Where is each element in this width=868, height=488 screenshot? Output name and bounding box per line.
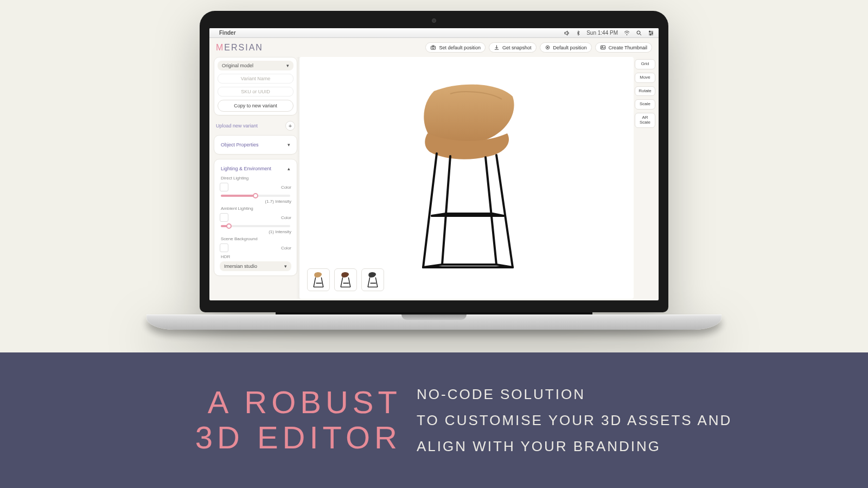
active-app-name[interactable]: Finder bbox=[219, 30, 236, 36]
direct-intensity-value: (1.7) Intensity bbox=[265, 199, 291, 204]
tool-ar-scale[interactable]: AR Scale bbox=[635, 113, 655, 128]
macos-menubar: Finder Sun 1:44 PM bbox=[209, 28, 659, 38]
set-default-position-label: Set default position bbox=[439, 45, 481, 50]
banner-headline: A ROBUST 3D EDITOR bbox=[0, 385, 401, 455]
target-icon bbox=[545, 44, 551, 50]
image-icon bbox=[600, 44, 606, 50]
svg-point-5 bbox=[649, 31, 650, 32]
banner-line-2: TO CUSTOMISE YOUR 3D ASSETS AND bbox=[417, 407, 732, 433]
hdr-select-value: Imersian studio bbox=[224, 264, 257, 269]
variant-thumbnails bbox=[307, 268, 384, 291]
brand-logo[interactable]: MERSIAN bbox=[216, 43, 263, 53]
control-center-icon[interactable] bbox=[648, 30, 654, 36]
brand-logo-rest: ERSIAN bbox=[224, 43, 263, 52]
get-snapshot-button[interactable]: Get snapshot bbox=[489, 42, 537, 53]
banner-headline-1: A ROBUST bbox=[0, 385, 401, 420]
ambient-lighting-label: Ambient Lighting bbox=[221, 206, 291, 211]
scene-bg-swatch[interactable] bbox=[220, 243, 228, 252]
variant-select-value: Original model bbox=[222, 63, 253, 68]
camera-icon bbox=[430, 44, 436, 50]
hdr-select[interactable]: Imersian studio ▾ bbox=[220, 261, 291, 271]
create-thumbnail-button[interactable]: Create Thumbnail bbox=[595, 42, 652, 53]
brand-logo-accent: M bbox=[216, 43, 224, 52]
thumbnail-variant-brown[interactable] bbox=[334, 268, 357, 291]
scene-bg-label: Scene Background bbox=[221, 236, 291, 241]
lighting-section-header[interactable]: Lighting & Environment ▴ bbox=[220, 164, 291, 174]
scene-bg-color-label: Color bbox=[281, 246, 291, 251]
laptop-camera bbox=[432, 18, 436, 23]
variant-name-input[interactable]: Variant Name bbox=[218, 74, 293, 84]
ambient-intensity-value: (1) Intensity bbox=[269, 229, 291, 234]
sku-input[interactable]: SKU or UUID bbox=[218, 87, 293, 97]
laptop-notch bbox=[401, 314, 467, 320]
set-default-position-button[interactable]: Set default position bbox=[425, 42, 486, 53]
spotlight-icon[interactable] bbox=[636, 30, 642, 36]
app-main: Original model ▾ Variant Name SKU or UUI… bbox=[209, 57, 659, 299]
svg-point-0 bbox=[627, 34, 627, 35]
banner-headline-2: 3D EDITOR bbox=[0, 420, 401, 455]
ambient-color-label: Color bbox=[281, 215, 291, 220]
variant-card: Original model ▾ Variant Name SKU or UUI… bbox=[214, 57, 297, 115]
object-properties-label: Object Properties bbox=[221, 142, 259, 147]
tool-grid[interactable]: Grid bbox=[635, 59, 655, 69]
direct-color-label: Color bbox=[281, 185, 291, 190]
get-snapshot-label: Get snapshot bbox=[502, 45, 532, 50]
svg-point-1 bbox=[637, 31, 640, 34]
direct-lighting-label: Direct Lighting bbox=[221, 176, 291, 181]
lighting-section: Lighting & Environment ▴ Direct Lighting… bbox=[214, 159, 297, 276]
sidebar: Original model ▾ Variant Name SKU or UUI… bbox=[209, 57, 299, 299]
add-variant-button[interactable]: + bbox=[285, 121, 295, 131]
default-position-button[interactable]: Default position bbox=[540, 42, 592, 53]
svg-point-9 bbox=[432, 47, 435, 49]
app-screen: Finder Sun 1:44 PM bbox=[209, 28, 659, 300]
banner-line-1: NO-CODE SOLUTION bbox=[417, 381, 732, 407]
lighting-title: Lighting & Environment bbox=[221, 166, 271, 171]
upload-variant-label: Upload new variant bbox=[216, 123, 258, 129]
transform-toolbox: Grid Move Rotate Scale AR Scale bbox=[635, 57, 659, 299]
promo-banner: A ROBUST 3D EDITOR NO-CODE SOLUTION TO C… bbox=[0, 352, 868, 488]
copy-variant-button[interactable]: Copy to new variant bbox=[218, 100, 293, 112]
bluetooth-icon[interactable] bbox=[576, 30, 581, 36]
tool-rotate[interactable]: Rotate bbox=[635, 86, 655, 97]
create-thumbnail-label: Create Thumbnail bbox=[609, 45, 647, 50]
thumbnail-variant-tan[interactable] bbox=[307, 268, 330, 291]
tool-move[interactable]: Move bbox=[635, 73, 655, 83]
tool-scale[interactable]: Scale bbox=[635, 99, 655, 110]
header-actions: Set default position Get snapshot Defaul… bbox=[425, 42, 652, 53]
svg-point-7 bbox=[650, 34, 651, 35]
laptop-bezel: Finder Sun 1:44 PM bbox=[200, 11, 668, 312]
model-preview bbox=[385, 75, 548, 281]
ambient-intensity-slider[interactable] bbox=[221, 225, 290, 227]
direct-color-swatch[interactable] bbox=[220, 183, 228, 191]
chevron-down-icon: ▾ bbox=[284, 264, 287, 269]
viewport-3d[interactable] bbox=[299, 57, 634, 299]
banner-line-3: ALIGN WITH YOUR BRANDING bbox=[417, 433, 732, 459]
hdr-label: HDR bbox=[221, 254, 291, 259]
variant-select[interactable]: Original model ▾ bbox=[218, 61, 293, 70]
default-position-label: Default position bbox=[553, 45, 587, 50]
banner-subtext: NO-CODE SOLUTION TO CUSTOMISE YOUR 3D AS… bbox=[417, 381, 732, 459]
chevron-down-icon: ▾ bbox=[288, 142, 290, 147]
chevron-up-icon: ▴ bbox=[288, 166, 290, 171]
object-properties-section[interactable]: Object Properties ▾ bbox=[214, 135, 297, 155]
ambient-color-swatch[interactable] bbox=[220, 213, 228, 222]
direct-intensity-slider[interactable] bbox=[221, 195, 290, 197]
app-header: MERSIAN Set default position Get snapsho… bbox=[209, 38, 659, 57]
wifi-icon[interactable] bbox=[623, 30, 630, 36]
chevron-down-icon: ▾ bbox=[286, 63, 289, 68]
volume-icon[interactable] bbox=[564, 30, 570, 36]
thumbnail-variant-black[interactable] bbox=[361, 268, 384, 291]
laptop-mockup: Finder Sun 1:44 PM bbox=[200, 11, 668, 330]
upload-variant-row: Upload new variant + bbox=[214, 120, 297, 135]
menubar-clock[interactable]: Sun 1:44 PM bbox=[586, 30, 618, 36]
laptop-base bbox=[146, 314, 722, 330]
svg-point-6 bbox=[652, 33, 653, 34]
download-icon bbox=[494, 44, 500, 50]
svg-point-11 bbox=[547, 47, 548, 48]
